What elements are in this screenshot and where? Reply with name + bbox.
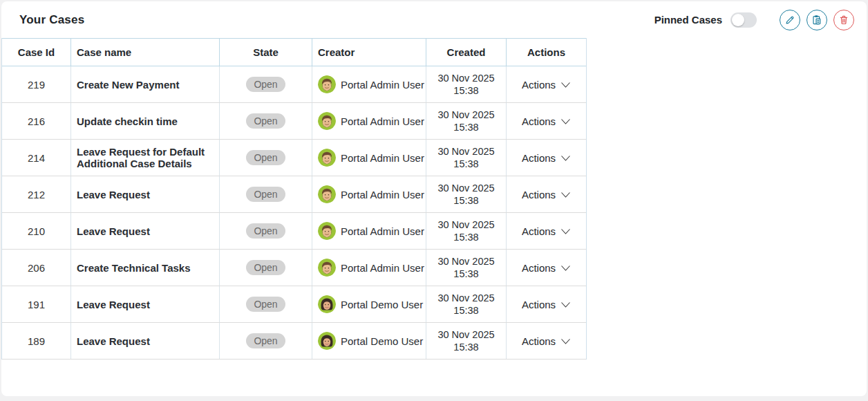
- created-cell: 30 Nov 2025 15:38: [426, 250, 507, 286]
- state-cell: Open: [220, 323, 312, 359]
- column-header-state: State: [220, 39, 312, 66]
- creator-name: Portal Admin User: [341, 189, 424, 200]
- creator-cell: Portal Admin User: [312, 103, 426, 139]
- creator-name: Portal Admin User: [341, 262, 424, 274]
- state-cell: Open: [220, 250, 312, 286]
- created-date: 30 Nov 2025: [437, 182, 494, 194]
- pinned-cases-toggle[interactable]: [730, 12, 757, 28]
- case-name-link[interactable]: Leave Request for Default Additional Cas…: [77, 146, 214, 169]
- state-badge: Open: [246, 223, 285, 239]
- created-cell: 30 Nov 2025 15:38: [426, 213, 507, 249]
- case-name-cell: Leave Request: [71, 323, 220, 359]
- chevron-down-icon: [560, 152, 571, 164]
- case-id-cell: 189: [2, 323, 71, 359]
- clipboard-icon: [811, 15, 822, 26]
- column-header-case-name: Case name: [71, 39, 220, 66]
- actions-dropdown-button[interactable]: Actions: [522, 335, 571, 347]
- cases-table: Case Id Case name State Creator Created …: [1, 38, 587, 360]
- page-title: Your Cases: [19, 13, 84, 27]
- created-time: 15:38: [437, 268, 494, 280]
- chevron-down-icon: [560, 299, 571, 310]
- chevron-down-icon: [560, 262, 571, 274]
- case-name-cell: Update checkin time: [71, 103, 220, 139]
- case-id-cell: 216: [2, 103, 71, 139]
- table-header-row: Case Id Case name State Creator Created …: [2, 38, 586, 66]
- actions-cell: Actions: [507, 323, 586, 359]
- case-id-cell: 206: [2, 250, 71, 286]
- case-id: 219: [28, 79, 45, 91]
- case-name-link[interactable]: Create Technical Tasks: [77, 262, 191, 274]
- chevron-down-icon: [560, 115, 571, 127]
- actions-dropdown-button[interactable]: Actions: [522, 79, 571, 91]
- created-date: 30 Nov 2025: [437, 72, 494, 84]
- delete-button[interactable]: [833, 10, 854, 30]
- case-id-cell: 210: [2, 213, 71, 249]
- toggle-knob: [732, 14, 744, 26]
- table-row: 210 Leave Request Open Portal Admin User…: [2, 213, 586, 250]
- column-header-creator: Creator: [312, 39, 426, 66]
- case-name-cell: Leave Request: [71, 176, 220, 212]
- state-badge: Open: [246, 113, 285, 129]
- creator-cell: Portal Admin User: [312, 140, 426, 176]
- created-cell: 30 Nov 2025 15:38: [426, 103, 507, 139]
- case-name-link[interactable]: Leave Request: [77, 335, 150, 347]
- admin-avatar: [318, 149, 336, 167]
- state-cell: Open: [220, 176, 312, 212]
- actions-dropdown-button[interactable]: Actions: [522, 115, 571, 127]
- case-name-link[interactable]: Leave Request: [77, 299, 150, 310]
- actions-dropdown-button[interactable]: Actions: [522, 262, 571, 274]
- created-time: 15:38: [437, 231, 494, 243]
- actions-cell: Actions: [507, 103, 586, 139]
- actions-dropdown-button[interactable]: Actions: [522, 299, 571, 310]
- case-id: 191: [28, 299, 45, 310]
- case-name-cell: Create New Payment: [71, 66, 220, 102]
- created-cell: 30 Nov 2025 15:38: [426, 140, 507, 176]
- actions-label: Actions: [522, 335, 556, 347]
- table-row: 212 Leave Request Open Portal Admin User…: [2, 176, 586, 213]
- actions-cell: Actions: [507, 250, 586, 286]
- created-cell: 30 Nov 2025 15:38: [426, 286, 507, 322]
- edit-button[interactable]: [780, 10, 800, 30]
- card-header: Your Cases Pinned Cases: [1, 1, 867, 38]
- state-badge: Open: [246, 333, 285, 348]
- column-header-actions: Actions: [507, 39, 586, 66]
- actions-cell: Actions: [507, 66, 586, 102]
- state-cell: Open: [220, 213, 312, 249]
- actions-cell: Actions: [507, 176, 586, 212]
- created-time: 15:38: [437, 121, 494, 133]
- case-id: 210: [28, 225, 45, 237]
- actions-dropdown-button[interactable]: Actions: [522, 189, 571, 200]
- state-cell: Open: [220, 66, 312, 102]
- case-id: 212: [28, 189, 45, 200]
- actions-cell: Actions: [507, 213, 586, 249]
- creator-name: Portal Admin User: [341, 79, 424, 91]
- case-id: 206: [28, 262, 45, 274]
- state-cell: Open: [220, 103, 312, 139]
- admin-avatar: [318, 222, 336, 240]
- case-name-link[interactable]: Update checkin time: [77, 115, 178, 127]
- actions-dropdown-button[interactable]: Actions: [522, 152, 571, 164]
- case-name-link[interactable]: Leave Request: [77, 225, 150, 237]
- actions-label: Actions: [522, 189, 556, 200]
- admin-avatar: [318, 75, 336, 93]
- created-cell: 30 Nov 2025 15:38: [426, 66, 507, 102]
- trash-icon: [838, 15, 849, 26]
- created-date: 30 Nov 2025: [437, 255, 494, 268]
- creator-cell: Portal Admin User: [312, 213, 426, 249]
- case-name-cell: Create Technical Tasks: [71, 250, 220, 286]
- created-cell: 30 Nov 2025 15:38: [426, 323, 507, 359]
- actions-dropdown-button[interactable]: Actions: [522, 225, 571, 237]
- case-name-link[interactable]: Create New Payment: [77, 79, 179, 91]
- header-controls: Pinned Cases: [654, 10, 854, 30]
- created-time: 15:38: [437, 341, 494, 353]
- column-header-created: Created: [426, 39, 507, 66]
- state-cell: Open: [220, 286, 312, 322]
- copy-button[interactable]: [806, 10, 827, 30]
- case-id: 189: [28, 335, 45, 347]
- table-row: 189 Leave Request Open Portal Demo User …: [2, 323, 586, 360]
- created-date: 30 Nov 2025: [437, 328, 494, 341]
- creator-cell: Portal Admin User: [312, 176, 426, 212]
- creator-name: Portal Admin User: [341, 152, 424, 164]
- admin-avatar: [318, 112, 336, 130]
- case-name-link[interactable]: Leave Request: [77, 189, 150, 200]
